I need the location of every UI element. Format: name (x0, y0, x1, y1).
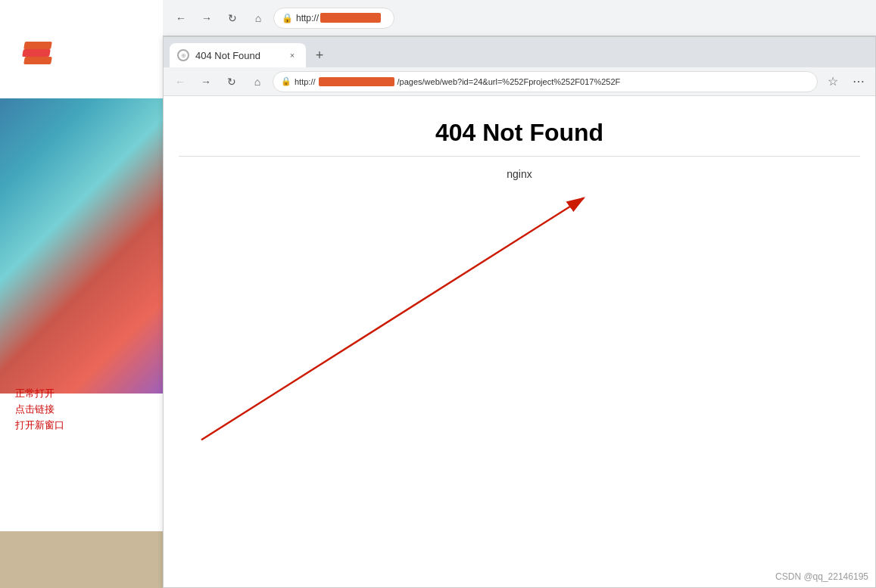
outer-back-button[interactable]: ← (170, 8, 192, 29)
inner-forward-button[interactable]: → (195, 71, 217, 92)
error-title: 404 Not Found (179, 119, 860, 147)
inner-bookmark-button[interactable]: ☆ (822, 71, 843, 92)
outer-url-field[interactable]: 🔒 http:// (273, 8, 394, 29)
inner-url-suffix: /pages/web/web?id=24&url=%252Fproject%25… (397, 77, 621, 86)
tab-title: 404 Not Found (195, 50, 260, 61)
inner-menu-button[interactable]: ⋯ (848, 71, 869, 92)
logo-icon (23, 42, 53, 66)
outer-url-redacted (320, 13, 381, 23)
svg-line-1 (201, 198, 584, 440)
csdn-watermark: CSDN @qq_22146195 (775, 571, 868, 582)
inner-url-security-icon: 🔒 (281, 76, 291, 86)
tab-favicon: ⊕ (177, 49, 189, 61)
new-tab-button[interactable]: + (309, 45, 330, 66)
inner-browser: ⊕ 404 Not Found × + ← → ↻ ⌂ 🔒 http:// /p… (163, 36, 876, 588)
outer-refresh-button[interactable]: ↻ (222, 8, 243, 29)
annotation-line3: 打开新窗口 (15, 418, 64, 434)
outer-address-bar: ← → ↻ ⌂ 🔒 http:// (163, 0, 876, 36)
left-panel: 正常打开 点击链接 打开新窗口 (0, 0, 163, 588)
annotation-line2: 点击链接 (15, 402, 64, 418)
left-panel-bottom (0, 531, 163, 588)
inner-refresh-button[interactable]: ↻ (221, 71, 242, 92)
inner-url-field[interactable]: 🔒 http:// /pages/web/web?id=24&url=%252F… (273, 71, 818, 92)
logo-area (23, 42, 53, 66)
tab-close-button[interactable]: × (286, 49, 298, 61)
left-panel-background (0, 98, 163, 394)
outer-forward-button[interactable]: → (196, 8, 217, 29)
watermark-text: CSDN @qq_22146195 (775, 571, 868, 582)
inner-url-text: http:// (295, 77, 316, 86)
outer-home-button[interactable]: ⌂ (248, 8, 269, 29)
annotation-text: 正常打开 点击链接 打开新窗口 (15, 386, 64, 433)
inner-back-button[interactable]: ← (170, 71, 191, 92)
nginx-label: nginx (179, 168, 860, 180)
error-content-area: 404 Not Found nginx (164, 96, 875, 203)
inner-tab-404[interactable]: ⊕ 404 Not Found × (170, 43, 306, 67)
annotation-line1: 正常打开 (15, 386, 64, 402)
inner-address-bar: ← → ↻ ⌂ 🔒 http:// /pages/web/web?id=24&u… (164, 67, 875, 96)
outer-url-text: http:// (296, 13, 319, 23)
inner-url-redacted (319, 77, 394, 86)
inner-tab-bar: ⊕ 404 Not Found × + (164, 37, 875, 67)
error-divider (179, 156, 860, 157)
inner-home-button[interactable]: ⌂ (247, 71, 268, 92)
outer-url-icon: 🔒 (282, 13, 293, 23)
